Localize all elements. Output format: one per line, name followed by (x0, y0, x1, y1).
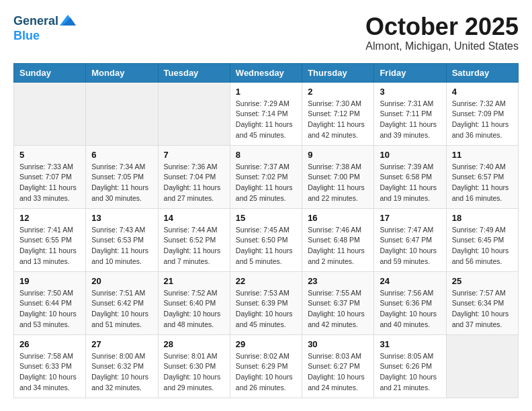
weekday-header-row: SundayMondayTuesdayWednesdayThursdayFrid… (14, 63, 519, 82)
day-number: 9 (308, 150, 368, 160)
day-number: 18 (452, 213, 513, 223)
day-info: Sunrise: 7:43 AM Sunset: 6:53 PM Dayligh… (91, 225, 152, 267)
calendar-cell (86, 82, 158, 145)
day-info: Sunrise: 7:47 AM Sunset: 6:47 PM Dayligh… (380, 225, 440, 267)
day-info: Sunrise: 7:46 AM Sunset: 6:48 PM Dayligh… (308, 225, 368, 267)
calendar-cell: 5Sunrise: 7:33 AM Sunset: 7:07 PM Daylig… (14, 145, 86, 208)
calendar-cell: 30Sunrise: 8:03 AM Sunset: 6:27 PM Dayli… (302, 334, 374, 398)
calendar-cell (14, 82, 86, 145)
logo: General Blue (13, 13, 76, 43)
calendar-week-row: 12Sunrise: 7:41 AM Sunset: 6:55 PM Dayli… (14, 208, 519, 271)
day-info: Sunrise: 8:00 AM Sunset: 6:32 PM Dayligh… (91, 351, 152, 394)
day-info: Sunrise: 7:34 AM Sunset: 7:05 PM Dayligh… (91, 162, 152, 204)
day-number: 8 (236, 150, 296, 160)
calendar-cell: 22Sunrise: 7:53 AM Sunset: 6:39 PM Dayli… (230, 271, 302, 334)
day-info: Sunrise: 7:36 AM Sunset: 7:04 PM Dayligh… (164, 162, 224, 204)
day-info: Sunrise: 7:37 AM Sunset: 7:02 PM Dayligh… (236, 162, 296, 204)
calendar-cell: 13Sunrise: 7:43 AM Sunset: 6:53 PM Dayli… (86, 208, 158, 271)
day-number: 14 (164, 213, 224, 223)
calendar-cell: 1Sunrise: 7:29 AM Sunset: 7:14 PM Daylig… (230, 82, 302, 145)
day-number: 20 (91, 276, 152, 286)
day-number: 5 (19, 150, 80, 160)
day-number: 7 (164, 150, 224, 160)
day-info: Sunrise: 7:58 AM Sunset: 6:33 PM Dayligh… (19, 351, 80, 394)
day-number: 19 (19, 276, 80, 286)
calendar-cell: 10Sunrise: 7:39 AM Sunset: 6:58 PM Dayli… (374, 145, 446, 208)
day-info: Sunrise: 7:57 AM Sunset: 6:34 PM Dayligh… (452, 288, 513, 330)
day-number: 6 (91, 150, 152, 160)
day-number: 1 (236, 87, 296, 97)
weekday-header-sunday: Sunday (14, 63, 86, 82)
calendar-cell: 14Sunrise: 7:44 AM Sunset: 6:52 PM Dayli… (158, 208, 230, 271)
weekday-header-tuesday: Tuesday (158, 63, 230, 82)
calendar-cell: 21Sunrise: 7:52 AM Sunset: 6:40 PM Dayli… (158, 271, 230, 334)
calendar-cell (158, 82, 230, 145)
day-info: Sunrise: 7:30 AM Sunset: 7:12 PM Dayligh… (308, 99, 368, 141)
day-number: 11 (452, 150, 513, 160)
calendar-cell (446, 334, 518, 398)
weekday-header-thursday: Thursday (302, 63, 374, 82)
day-number: 23 (308, 276, 368, 286)
day-number: 26 (19, 339, 80, 349)
day-number: 29 (236, 339, 296, 349)
title-block: October 2025 Almont, Michigan, United St… (365, 13, 519, 52)
calendar-cell: 8Sunrise: 7:37 AM Sunset: 7:02 PM Daylig… (230, 145, 302, 208)
logo-text: General (13, 15, 58, 28)
calendar-cell: 29Sunrise: 8:02 AM Sunset: 6:29 PM Dayli… (230, 334, 302, 398)
day-number: 21 (164, 276, 224, 286)
day-info: Sunrise: 7:52 AM Sunset: 6:40 PM Dayligh… (164, 288, 224, 330)
day-info: Sunrise: 7:51 AM Sunset: 6:42 PM Dayligh… (91, 288, 152, 330)
logo-blue-text: Blue (13, 30, 40, 43)
day-number: 10 (380, 150, 440, 160)
day-number: 22 (236, 276, 296, 286)
logo-icon (60, 13, 76, 30)
calendar-cell: 19Sunrise: 7:50 AM Sunset: 6:44 PM Dayli… (14, 271, 86, 334)
day-number: 12 (19, 213, 80, 223)
location: Almont, Michigan, United States (365, 40, 519, 52)
page-header: General Blue October 2025 Almont, Michig… (13, 13, 519, 52)
day-number: 30 (308, 339, 368, 349)
day-info: Sunrise: 7:56 AM Sunset: 6:36 PM Dayligh… (380, 288, 440, 330)
calendar-cell: 9Sunrise: 7:38 AM Sunset: 7:00 PM Daylig… (302, 145, 374, 208)
day-number: 15 (236, 213, 296, 223)
weekday-header-friday: Friday (374, 63, 446, 82)
day-info: Sunrise: 7:32 AM Sunset: 7:09 PM Dayligh… (452, 99, 513, 141)
calendar-cell: 18Sunrise: 7:49 AM Sunset: 6:45 PM Dayli… (446, 208, 518, 271)
calendar-cell: 17Sunrise: 7:47 AM Sunset: 6:47 PM Dayli… (374, 208, 446, 271)
day-info: Sunrise: 8:05 AM Sunset: 6:26 PM Dayligh… (380, 351, 440, 394)
day-number: 17 (380, 213, 440, 223)
calendar-cell: 24Sunrise: 7:56 AM Sunset: 6:36 PM Dayli… (374, 271, 446, 334)
day-number: 28 (164, 339, 224, 349)
day-info: Sunrise: 7:38 AM Sunset: 7:00 PM Dayligh… (308, 162, 368, 204)
day-info: Sunrise: 7:29 AM Sunset: 7:14 PM Dayligh… (236, 99, 296, 141)
weekday-header-saturday: Saturday (446, 63, 518, 82)
calendar-cell: 20Sunrise: 7:51 AM Sunset: 6:42 PM Dayli… (86, 271, 158, 334)
calendar-cell: 3Sunrise: 7:31 AM Sunset: 7:11 PM Daylig… (374, 82, 446, 145)
day-info: Sunrise: 7:41 AM Sunset: 6:55 PM Dayligh… (19, 225, 80, 267)
calendar-cell: 25Sunrise: 7:57 AM Sunset: 6:34 PM Dayli… (446, 271, 518, 334)
day-info: Sunrise: 7:39 AM Sunset: 6:58 PM Dayligh… (380, 162, 440, 204)
day-info: Sunrise: 7:45 AM Sunset: 6:50 PM Dayligh… (236, 225, 296, 267)
day-info: Sunrise: 7:53 AM Sunset: 6:39 PM Dayligh… (236, 288, 296, 330)
calendar-cell: 15Sunrise: 7:45 AM Sunset: 6:50 PM Dayli… (230, 208, 302, 271)
calendar-table: SundayMondayTuesdayWednesdayThursdayFrid… (13, 63, 519, 398)
day-number: 24 (380, 276, 440, 286)
day-info: Sunrise: 7:50 AM Sunset: 6:44 PM Dayligh… (19, 288, 80, 330)
calendar-cell: 27Sunrise: 8:00 AM Sunset: 6:32 PM Dayli… (86, 334, 158, 398)
day-number: 16 (308, 213, 368, 223)
day-number: 4 (452, 87, 513, 97)
calendar-cell: 12Sunrise: 7:41 AM Sunset: 6:55 PM Dayli… (14, 208, 86, 271)
calendar-week-row: 19Sunrise: 7:50 AM Sunset: 6:44 PM Dayli… (14, 271, 519, 334)
calendar-cell: 31Sunrise: 8:05 AM Sunset: 6:26 PM Dayli… (374, 334, 446, 398)
day-number: 2 (308, 87, 368, 97)
calendar-cell: 23Sunrise: 7:55 AM Sunset: 6:37 PM Dayli… (302, 271, 374, 334)
weekday-header-wednesday: Wednesday (230, 63, 302, 82)
day-info: Sunrise: 8:03 AM Sunset: 6:27 PM Dayligh… (308, 351, 368, 394)
day-info: Sunrise: 7:44 AM Sunset: 6:52 PM Dayligh… (164, 225, 224, 267)
calendar-cell: 11Sunrise: 7:40 AM Sunset: 6:57 PM Dayli… (446, 145, 518, 208)
calendar-cell: 7Sunrise: 7:36 AM Sunset: 7:04 PM Daylig… (158, 145, 230, 208)
day-info: Sunrise: 7:33 AM Sunset: 7:07 PM Dayligh… (19, 162, 80, 204)
day-number: 13 (91, 213, 152, 223)
day-number: 3 (380, 87, 440, 97)
day-info: Sunrise: 8:02 AM Sunset: 6:29 PM Dayligh… (236, 351, 296, 394)
